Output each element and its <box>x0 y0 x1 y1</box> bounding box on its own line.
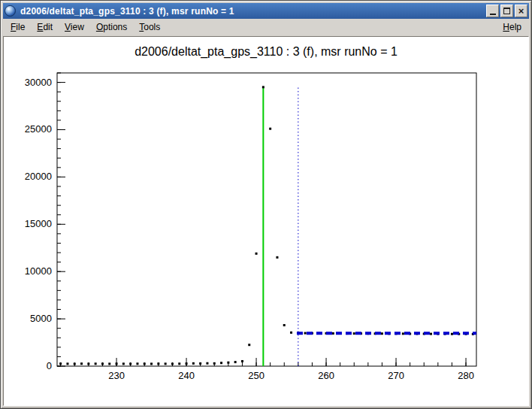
svg-text:20000: 20000 <box>25 171 52 182</box>
svg-text:10000: 10000 <box>25 265 52 277</box>
menu-view[interactable]: View <box>59 20 90 34</box>
menu-options[interactable]: Options <box>90 20 133 34</box>
maximize-icon <box>503 8 510 14</box>
svg-text:260: 260 <box>318 370 334 381</box>
close-icon: × <box>518 6 524 16</box>
maximize-button[interactable] <box>500 5 513 17</box>
root-canvas[interactable]: d2006/deltat_pta_gps_3110 : 3 (f), msr r… <box>3 36 529 406</box>
window-title: d2006/deltat_pta_gps_3110 : 3 (f), msr r… <box>19 6 483 17</box>
menu-tools[interactable]: Tools <box>133 20 166 34</box>
svg-text:230: 230 <box>108 370 125 381</box>
svg-text:270: 270 <box>388 370 404 381</box>
svg-text:280: 280 <box>458 370 474 381</box>
svg-text:0: 0 <box>47 360 52 371</box>
menu-file[interactable]: File <box>5 20 31 34</box>
app-window: d2006/deltat_pta_gps_3110 : 3 (f), msr r… <box>0 0 532 409</box>
app-icon[interactable] <box>5 5 16 17</box>
svg-text:15000: 15000 <box>25 218 52 229</box>
menubar: File Edit View Options Tools Help <box>3 19 529 35</box>
svg-text:240: 240 <box>178 370 195 381</box>
menu-help[interactable]: Help <box>497 20 527 34</box>
window-controls: × <box>486 5 527 17</box>
close-button[interactable]: × <box>515 5 527 17</box>
minimize-icon <box>490 14 496 15</box>
titlebar[interactable]: d2006/deltat_pta_gps_3110 : 3 (f), msr r… <box>3 3 529 19</box>
plot-area[interactable]: 2302402502602702800500010000150002000025… <box>4 37 528 405</box>
svg-text:30000: 30000 <box>25 77 52 88</box>
menu-edit[interactable]: Edit <box>31 20 59 34</box>
svg-text:5000: 5000 <box>30 313 52 324</box>
svg-text:250: 250 <box>248 370 264 381</box>
svg-text:25000: 25000 <box>25 123 52 135</box>
minimize-button[interactable] <box>486 5 499 17</box>
